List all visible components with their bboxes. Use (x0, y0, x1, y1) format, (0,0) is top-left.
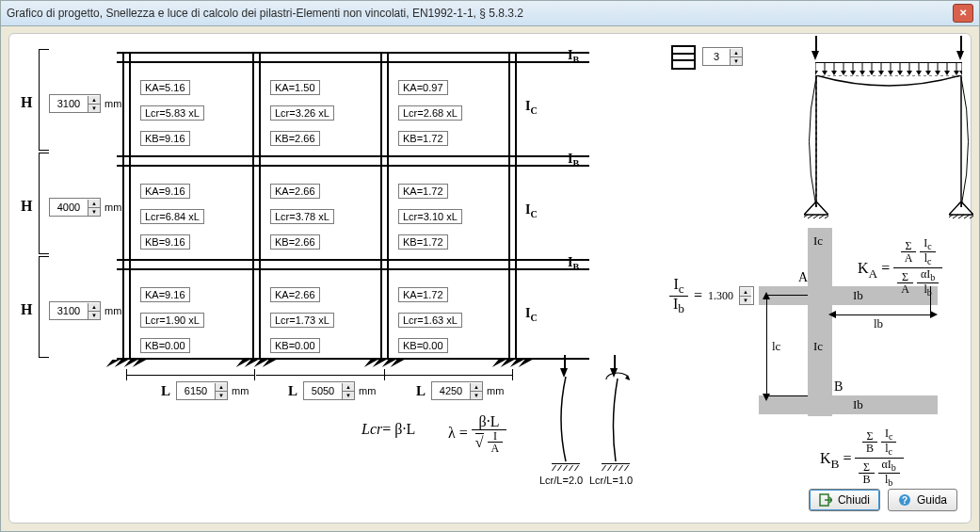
join-B: B (834, 379, 843, 395)
l3-input[interactable] (432, 382, 470, 399)
svg-text:?: ? (902, 495, 908, 506)
picto-left-caption: Lcr/L=2.0 (539, 475, 583, 486)
col-4b (515, 52, 517, 360)
h3-spin[interactable]: ▲▼ (49, 301, 101, 320)
kb-r2c2: KB=2.66 (270, 234, 320, 250)
formula-lcr: Lcr= β·L (361, 421, 415, 438)
span-mark-1 (126, 375, 254, 376)
ic-label-1: IC (525, 202, 538, 219)
ib-label-0: IB (568, 48, 579, 65)
l2-spin[interactable]: ▲▼ (303, 381, 355, 400)
close-icon[interactable]: ✕ (953, 4, 973, 23)
help-icon: ? (898, 493, 911, 507)
beam-floor-0 (117, 52, 589, 63)
kb-r2c1: KB=9.16 (140, 234, 190, 250)
storeys-spin[interactable]: ▲▼ (702, 47, 743, 66)
l3-spin[interactable]: ▲▼ (431, 381, 483, 400)
window-title: Grafico di progetto, Snellezza e luce di… (7, 7, 953, 20)
buckling-picto-left (547, 369, 585, 477)
lcr-r1c1: Lcr=5.83 xL (140, 105, 204, 121)
ka-r1c1: KA=5.16 (140, 80, 190, 95)
ka-r2c3: KA=1.72 (398, 184, 448, 199)
col-3b (387, 52, 389, 360)
h1-row: ▲▼ mm (49, 94, 121, 113)
h2-input[interactable] (50, 199, 88, 216)
l2-label: L (288, 383, 297, 399)
lcr-r2c2: Lcr=3.78 xL (270, 209, 334, 224)
lcr-r1c3: Lcr=2.68 xL (398, 105, 462, 121)
ib-label-2: IB (568, 255, 579, 272)
h3-row: ▲▼ mm (49, 301, 121, 320)
l2-input[interactable] (304, 382, 342, 399)
h3-input[interactable] (50, 302, 88, 319)
col-3a (380, 52, 382, 360)
help-button[interactable]: ? Guida (888, 489, 957, 511)
ib-label-1: IB (568, 152, 579, 169)
ka-r3c3: KA=1.72 (398, 287, 448, 302)
h1-unit: mm (104, 98, 121, 109)
storeys-input[interactable] (703, 48, 730, 65)
ratio-spin[interactable]: ▲▼ (739, 286, 754, 305)
lcr-r3c3: Lcr=1.63 xL (398, 313, 462, 328)
l1-unit: mm (232, 385, 249, 396)
l1-input[interactable] (177, 382, 215, 399)
formula-kb: KB = ΣB Iclc ΣB αIblb (820, 427, 904, 489)
kb-r3c1: KB=0.00 (140, 338, 190, 353)
col-1a (122, 52, 124, 360)
kb-r3c2: KB=0.00 (270, 338, 320, 353)
svg-marker-49 (763, 292, 770, 299)
svg-marker-48 (930, 311, 938, 318)
storeys-icon (671, 45, 696, 70)
formula-lambda: λ = β·L √ I A (448, 414, 506, 454)
kb-r2c3: KB=1.72 (398, 234, 448, 250)
lcr-r3c2: Lcr=1.73 xL (270, 313, 334, 328)
exit-icon (819, 493, 832, 507)
join-Ic-mid: Ic (813, 339, 823, 354)
bracket-h2 (39, 153, 49, 254)
bracket-h3 (39, 256, 49, 358)
l1-label: L (161, 383, 170, 399)
lcr-r2c3: Lcr=3.10 xL (398, 209, 462, 224)
ic-label-0: IC (525, 99, 538, 116)
h1-input[interactable] (50, 95, 88, 112)
l3-unit: mm (487, 385, 504, 396)
l1-spin[interactable]: ▲▼ (176, 381, 228, 400)
ratio-value: 1.300 (708, 289, 733, 303)
col-1b (129, 52, 131, 360)
ka-r3c2: KA=2.66 (270, 287, 320, 302)
h1-spin[interactable]: ▲▼ (49, 94, 101, 113)
l3-label: L (416, 383, 426, 399)
join-A: A (798, 270, 808, 285)
h-label-3: H (21, 301, 32, 318)
button-bar: Chiudi ? Guida (809, 489, 957, 511)
storeys-row: ▲▼ (702, 47, 743, 66)
ka-r1c3: KA=0.97 (398, 80, 448, 95)
join-Ib-bot: Ib (853, 397, 863, 412)
svg-marker-47 (828, 311, 836, 318)
join-Ic-top: Ic (813, 234, 823, 249)
titlebar: Grafico di progetto, Snellezza e luce di… (1, 1, 979, 26)
bracket-h1 (39, 49, 49, 151)
h2-row: ▲▼ mm (49, 198, 121, 217)
close-button[interactable]: Chiudi (809, 489, 880, 511)
lcr-r1c2: Lcr=3.26 xL (270, 105, 334, 121)
h-label-2: H (21, 198, 32, 215)
beam-floor-2 (117, 259, 589, 270)
kb-r1c2: KB=2.66 (270, 131, 320, 146)
ka-r2c1: KA=9.16 (140, 184, 190, 199)
span-mark-2 (256, 375, 384, 376)
col-2a (252, 52, 254, 360)
kb-r1c1: KB=9.16 (140, 131, 190, 146)
h2-spin[interactable]: ▲▼ (49, 198, 101, 217)
client-area: H H H ▲▼ mm ▲▼ mm ▲▼ mm IB IB (8, 33, 972, 524)
beam-floor-1 (117, 155, 589, 167)
h2-unit: mm (104, 202, 121, 213)
ka-r1c2: KA=1.50 (270, 80, 320, 95)
col-2b (259, 52, 261, 360)
l1-row: L ▲▼ mm (161, 381, 249, 400)
ic-label-2: IC (525, 306, 538, 323)
svg-marker-35 (804, 202, 828, 215)
buckling-picto-right (597, 369, 635, 477)
ka-r3c1: KA=9.16 (140, 287, 190, 302)
l2-unit: mm (359, 385, 376, 396)
